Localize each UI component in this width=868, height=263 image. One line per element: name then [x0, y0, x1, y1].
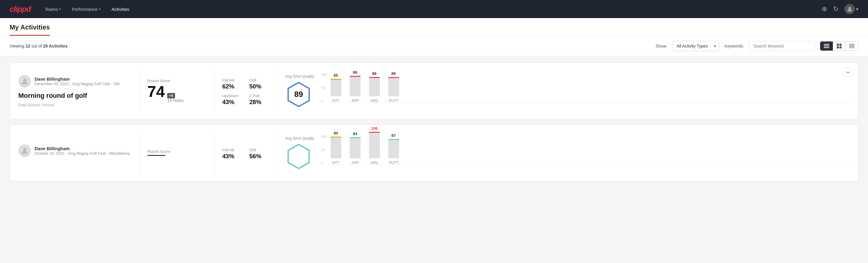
user-meta-2: Dave Billingham October 16, 2021 · Gog M…: [35, 146, 130, 155]
avatar: [18, 75, 31, 88]
svg-rect-3: [824, 47, 829, 48]
svg-rect-11: [849, 48, 855, 48]
divider: [215, 70, 215, 112]
svg-rect-2: [824, 46, 829, 47]
bar-chart: 100 50 0 85 OTT: [321, 73, 850, 109]
card-left: Dave Billingham December 05, 2021 · Gog …: [18, 75, 133, 107]
user-name-2: Dave Billingham: [35, 146, 130, 151]
page-header: My Activities: [0, 18, 868, 36]
shot-quality-left-2: Avg Shot Quality: [285, 136, 314, 170]
bar2-app-body: [350, 137, 361, 158]
nav-right: ⊕ ↻ ▾: [822, 4, 858, 14]
divider-2b: [215, 132, 215, 174]
user-meta: Dave Billingham December 05, 2021 · Gog …: [35, 77, 120, 86]
bar-arg-value: 89: [372, 71, 376, 76]
shot-quality-section: Avg Shot Quality 89 100 50 0: [285, 73, 850, 109]
hexagon: 89: [285, 81, 312, 108]
teams-chevron-icon: ▾: [59, 7, 61, 11]
main-content: ✏ Dave Billingham December 05, 2021 · Go…: [0, 56, 868, 192]
bar2-putt-label: PUTT: [389, 161, 398, 165]
avatar-chevron-icon: ▾: [856, 6, 858, 12]
bar-app-label: APP: [351, 99, 359, 103]
viewing-count: 12: [26, 43, 30, 49]
asq-label: Avg Shot Quality: [285, 74, 314, 79]
bar2-ott-label: OTT: [332, 161, 340, 165]
up-down-value: 43%: [222, 99, 243, 106]
svg-rect-1: [824, 44, 829, 45]
shot-quality-left: Avg Shot Quality 89: [285, 74, 314, 108]
bar2-arg: 106 ARG: [369, 126, 380, 165]
user-date: December 05, 2021 · Gog Magog Golf Club …: [35, 82, 120, 86]
fw-hit-stat-2: FW Hit 43%: [222, 148, 243, 160]
avatar-2: [18, 144, 31, 157]
search-input[interactable]: [749, 41, 815, 51]
round-score-label: Round Score: [147, 79, 208, 83]
user-info: Dave Billingham December 05, 2021 · Gog …: [18, 75, 133, 88]
viewing-total: 29: [43, 43, 48, 49]
score-dash: [147, 155, 165, 156]
chart-container: 100 50 0 85 OTT: [331, 73, 850, 109]
bar-arg-body: [369, 77, 380, 96]
bar-app-body: [350, 76, 361, 96]
nav-links: Teams ▾ Performance ▾ Activities: [40, 4, 812, 14]
bar-chart-2: 100 50 0 94 OTT: [321, 135, 850, 171]
user-info-2: Dave Billingham October 16, 2021 · Gog M…: [18, 144, 133, 157]
svg-rect-6: [837, 46, 839, 49]
round-score-section-2: Round Score: [147, 149, 208, 156]
bar2-putt-body: [388, 139, 399, 158]
data-source: Data Source: Arccos: [18, 103, 133, 107]
bar-ott-body: [331, 79, 341, 96]
svg-rect-5: [839, 43, 841, 46]
svg-rect-9: [849, 45, 855, 46]
fw-hit-value: 62%: [222, 83, 243, 90]
fw-gir-grid-2: FW Hit 43% GIR 56%: [222, 148, 270, 160]
bar-putt: 89 PUTT: [388, 71, 399, 103]
one-putt-value: 28%: [249, 99, 270, 106]
bar2-app-value: 93: [353, 132, 357, 136]
round-score-row: 74 +4 18 Holes: [147, 84, 208, 103]
activity-card-2: Dave Billingham October 16, 2021 · Gog M…: [10, 124, 858, 181]
activity-title: Morning round of golf: [18, 92, 133, 99]
fw-hit-value-2: 43%: [222, 153, 243, 160]
view-list-button[interactable]: [820, 41, 833, 51]
svg-rect-4: [837, 43, 839, 46]
view-grid-button[interactable]: [833, 41, 845, 51]
bar2-arg-body: [369, 132, 380, 158]
round-score-section: Round Score 74 +4 18 Holes: [147, 79, 208, 104]
divider: [140, 70, 140, 112]
svg-point-0: [848, 7, 851, 9]
activity-type-select[interactable]: All Activity Types: [672, 41, 720, 51]
bar2-app-label: APP: [351, 161, 359, 165]
bar-putt-label: PUTT: [389, 99, 398, 103]
holes-text: 18 Holes: [167, 98, 184, 103]
user-menu[interactable]: ▾: [844, 4, 858, 14]
gir-value-2: 56%: [249, 153, 270, 160]
bar-putt-body: [388, 77, 399, 96]
fw-hit-stat: FW Hit 62%: [222, 78, 243, 90]
add-icon[interactable]: ⊕: [822, 5, 827, 13]
nav-performance[interactable]: Performance ▾: [68, 4, 105, 14]
fw-gir-grid: FW Hit 62% GIR 50% Up/Down 43% 1 Putt 28…: [222, 78, 270, 106]
svg-rect-8: [849, 44, 855, 45]
bar-arg-label: ARG: [371, 99, 378, 103]
viewing-text: Viewing 12 out of 29 Activities: [10, 43, 651, 49]
refresh-icon[interactable]: ↻: [833, 5, 839, 13]
divider-2c: [278, 132, 278, 174]
svg-point-14: [23, 148, 26, 151]
y-axis-2: 100 50 0: [321, 135, 327, 165]
shot-quality-section-2: Avg Shot Quality 100 50 0: [285, 135, 850, 171]
divider: [278, 70, 278, 112]
view-buttons: [820, 41, 858, 51]
bar-app-value: 90: [353, 70, 357, 75]
bar2-ott-body: [331, 137, 341, 158]
nav-teams[interactable]: Teams ▾: [40, 4, 65, 14]
bar2-arg-value: 106: [371, 126, 378, 130]
activity-card: ✏ Dave Billingham December 05, 2021 · Go…: [10, 62, 858, 119]
one-putt-stat: 1 Putt 28%: [249, 94, 270, 106]
toolbar: Viewing 12 out of 29 Activities Show: Al…: [0, 36, 868, 56]
nav-activities[interactable]: Activities: [107, 4, 133, 14]
user-date-2: October 16, 2021 · Gog Magog Golf Club -…: [35, 151, 130, 155]
bar2-app: 93 APP: [350, 132, 361, 165]
view-compact-button[interactable]: [845, 41, 858, 51]
gir-stat: GIR 50%: [249, 78, 270, 90]
